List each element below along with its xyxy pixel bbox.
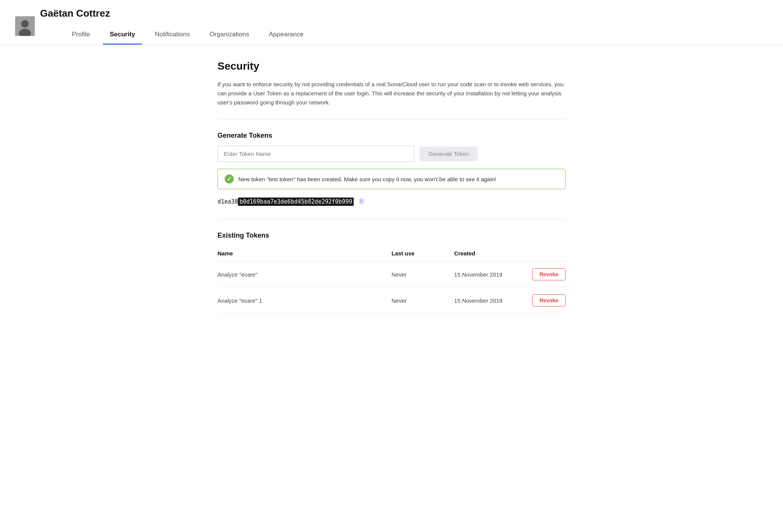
generate-tokens-title: Generate Tokens (218, 132, 566, 140)
avatar-image (15, 16, 35, 36)
header-right: Gaëtan Cottrez Profile Security Notifica… (40, 8, 316, 45)
token-name-cell: Analyze "ecare" (218, 261, 392, 288)
token-name-input[interactable] (218, 146, 414, 162)
header: Gaëtan Cottrez Profile Security Notifica… (0, 0, 783, 45)
section-description: If you want to enforce security by not p… (218, 80, 566, 107)
revoke-button[interactable]: Revoke (532, 294, 566, 306)
token-created-cell: 15 November 2019 (454, 288, 531, 314)
tab-notifications[interactable]: Notifications (148, 25, 197, 45)
existing-tokens-title: Existing Tokens (218, 232, 566, 240)
table-header-row: Name Last use Created (218, 246, 566, 261)
col-header-created: Created (454, 246, 531, 261)
tab-organizations[interactable]: Organizations (203, 25, 256, 45)
divider-2 (218, 219, 566, 219)
token-prefix: d1ea38 (218, 198, 238, 205)
copy-icon[interactable]: ⎘ (358, 196, 365, 207)
generate-tokens-section: Generate Tokens Generate Token New token… (218, 132, 566, 207)
tab-appearance[interactable]: Appearance (262, 25, 311, 45)
col-header-lastuse: Last use (392, 246, 454, 261)
revoke-button[interactable]: Revoke (532, 268, 566, 280)
tab-security[interactable]: Security (103, 25, 142, 45)
user-name: Gaëtan Cottrez (40, 8, 316, 19)
success-text: New token "test token" has been created.… (238, 176, 496, 182)
tab-profile[interactable]: Profile (65, 25, 97, 45)
token-input-row: Generate Token (218, 146, 566, 162)
main-content: Security If you want to enforce security… (202, 45, 581, 329)
nav-tabs: Profile Security Notifications Organizat… (65, 25, 316, 45)
table-row: Analyze "ecare" 1 Never 15 November 2019… (218, 288, 566, 314)
col-header-name: Name (218, 246, 392, 261)
table-row: Analyze "ecare" Never 15 November 2019 R… (218, 261, 566, 288)
token-value: d1ea38b0d169baa7e3de6bd45b82de292f0b999 (218, 198, 354, 205)
token-lastuse-cell: Never (392, 288, 454, 314)
divider-1 (218, 119, 566, 120)
svg-point-1 (21, 20, 29, 28)
token-created-cell: 15 November 2019 (454, 261, 531, 288)
token-action-cell: Revoke (531, 261, 566, 288)
token-highlighted: b0d169baa7e3de6bd45b82de292f0b999 (238, 198, 354, 206)
generate-token-button[interactable]: Generate Token (419, 146, 478, 161)
token-lastuse-cell: Never (392, 261, 454, 288)
token-action-cell: Revoke (531, 288, 566, 314)
existing-tokens-section: Existing Tokens Name Last use Created An… (218, 232, 566, 314)
avatar (15, 16, 35, 36)
success-notification: New token "test token" has been created.… (218, 169, 566, 189)
success-icon (225, 174, 234, 184)
token-name-cell: Analyze "ecare" 1 (218, 288, 392, 314)
col-header-action (531, 246, 566, 261)
token-value-row: d1ea38b0d169baa7e3de6bd45b82de292f0b999 … (218, 196, 566, 207)
tokens-table: Name Last use Created Analyze "ecare" Ne… (218, 246, 566, 314)
page-title: Security (218, 60, 566, 72)
